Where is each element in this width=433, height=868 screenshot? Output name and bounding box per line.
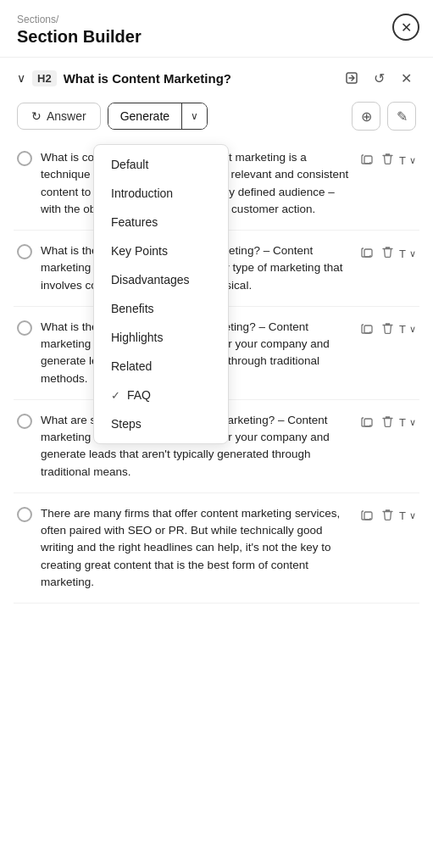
dropdown-item-key-points[interactable]: Key Points xyxy=(94,236,228,265)
dropdown-item-benefits[interactable]: Benefits xyxy=(94,294,228,323)
type-button-1[interactable]: T xyxy=(399,154,406,167)
table-row: There are many firms that offer content … xyxy=(14,493,419,604)
qa-text-5: There are many firms that offer content … xyxy=(41,505,350,591)
page-title: Section Builder xyxy=(17,27,416,47)
generate-button[interactable]: Generate xyxy=(108,103,181,129)
close-button[interactable]: ✕ xyxy=(392,14,419,41)
type-button-5[interactable]: T xyxy=(399,509,406,522)
dropdown-item-faq[interactable]: ✓ FAQ xyxy=(94,381,228,409)
dropdown-item-label: Highlights xyxy=(111,331,163,344)
section-title: What is Content Marketing? xyxy=(64,71,335,86)
dropdown-item-label: Key Points xyxy=(111,244,168,258)
section-icons: ↺ ✕ xyxy=(341,68,416,88)
dropdown-item-highlights[interactable]: Highlights xyxy=(94,323,228,352)
radio-button-4[interactable] xyxy=(17,414,32,429)
delete-icon-5[interactable] xyxy=(380,507,396,526)
answer-refresh-icon: ↻ xyxy=(31,109,42,123)
dropdown-item-features[interactable]: Features xyxy=(94,208,228,236)
dropdown-item-label: Features xyxy=(111,215,158,229)
answer-button[interactable]: ↻ Answer xyxy=(17,103,101,130)
chevron-down-1[interactable]: ∨ xyxy=(409,155,416,166)
qa-actions-2: T ∨ xyxy=(358,244,416,263)
edit-button[interactable]: ✎ xyxy=(387,102,416,131)
toolbar: ↻ Answer Generate ∨ ⊕ ✎ xyxy=(0,95,433,137)
dropdown-item-label: Related xyxy=(111,359,152,373)
chevron-down-2[interactable]: ∨ xyxy=(409,248,416,259)
breadcrumb: Sections/ xyxy=(17,14,416,25)
copy-icon-1[interactable] xyxy=(358,151,376,170)
toolbar-right: ⊕ ✎ xyxy=(352,102,416,131)
type-button-2[interactable]: T xyxy=(399,248,406,260)
chevron-down-icon: ∨ xyxy=(191,110,198,122)
dropdown-item-label: Disadvantages xyxy=(111,273,190,287)
radio-button-2[interactable] xyxy=(17,244,32,259)
copy-icon-4[interactable] xyxy=(358,414,376,432)
qa-actions-5: T ∨ xyxy=(358,507,416,526)
dropdown-item-label: Benefits xyxy=(111,302,154,315)
section-chevron-icon[interactable]: ∨ xyxy=(17,71,25,85)
copy-icon-3[interactable] xyxy=(358,320,376,339)
dropdown-item-steps[interactable]: Steps xyxy=(94,409,228,438)
section-tag: H2 xyxy=(32,70,57,86)
dropdown-item-default[interactable]: Default xyxy=(94,150,228,179)
chevron-down-5[interactable]: ∨ xyxy=(409,510,416,521)
qa-actions-3: T ∨ xyxy=(358,320,416,339)
header: Sections/ Section Builder xyxy=(0,0,433,58)
delete-icon-3[interactable] xyxy=(380,320,396,339)
chevron-down-4[interactable]: ∨ xyxy=(409,417,416,428)
dropdown-item-introduction[interactable]: Introduction xyxy=(94,179,228,208)
radio-button-3[interactable] xyxy=(17,320,32,336)
refresh-icon[interactable]: ↺ xyxy=(369,68,389,88)
copy-icon-2[interactable] xyxy=(358,244,376,263)
type-button-3[interactable]: T xyxy=(399,323,406,336)
dropdown-item-label: Introduction xyxy=(111,186,173,200)
export-icon[interactable] xyxy=(341,68,362,88)
plus-icon: ⊕ xyxy=(361,108,372,125)
dropdown-item-disadvantages[interactable]: Disadvantages xyxy=(94,265,228,294)
add-button[interactable]: ⊕ xyxy=(352,102,380,131)
copy-icon-5[interactable] xyxy=(358,507,376,526)
generate-button-group: Generate ∨ xyxy=(108,103,208,130)
dropdown-item-label: FAQ xyxy=(127,388,151,402)
pencil-icon: ✎ xyxy=(397,108,408,125)
delete-icon-4[interactable] xyxy=(380,414,396,432)
section-close-icon[interactable]: ✕ xyxy=(396,68,416,88)
section-row: ∨ H2 What is Content Marketing? ↺ ✕ xyxy=(0,58,433,95)
close-icon: ✕ xyxy=(401,19,412,36)
delete-icon-2[interactable] xyxy=(380,244,396,263)
dropdown-item-label: Default xyxy=(111,158,148,171)
qa-actions-1: T ∨ xyxy=(358,151,416,170)
delete-icon-1[interactable] xyxy=(380,151,396,170)
radio-button-5[interactable] xyxy=(17,507,32,522)
qa-actions-4: T ∨ xyxy=(358,414,416,432)
chevron-down-3[interactable]: ∨ xyxy=(409,324,416,335)
dropdown-item-related[interactable]: Related xyxy=(94,352,228,381)
check-icon: ✓ xyxy=(111,389,120,402)
type-button-4[interactable]: T xyxy=(399,416,406,429)
generate-dropdown-button[interactable]: ∨ xyxy=(181,103,207,129)
dropdown-item-label: Steps xyxy=(111,417,142,431)
radio-button-1[interactable] xyxy=(17,151,32,166)
answer-label: Answer xyxy=(47,109,86,123)
generate-dropdown: Default Introduction Features Key Points… xyxy=(93,144,229,444)
